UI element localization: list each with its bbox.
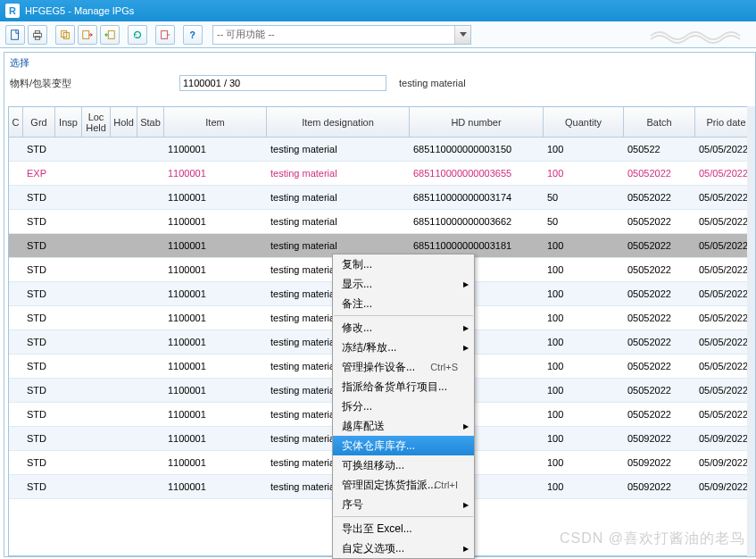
context-menu-item[interactable]: 序号▶ [333,495,474,514]
svg-rect-2 [35,30,39,33]
cell: STD [23,288,55,299]
context-menu-item[interactable]: 冻结/释放...▶ [333,338,474,357]
context-menu-label: 冻结/释放... [342,340,396,355]
context-menu-item[interactable]: 实体仓库库存... [333,436,474,455]
export-button[interactable] [78,25,97,45]
cell: 1100001 [164,288,267,299]
refresh-button[interactable] [128,25,147,45]
col-item[interactable]: Item [164,107,267,137]
context-menu-shortcut: Ctrl+I [434,480,458,490]
cell: STD [23,192,55,203]
table-row[interactable]: STD1100001testing material68511000000000… [9,210,755,234]
context-menu-item[interactable]: 管理操作设备...Ctrl+S [333,357,474,377]
log-button[interactable] [155,25,175,45]
context-menu-label: 拆分... [342,399,372,414]
cell: STD [23,144,55,154]
cell: testing material [267,192,410,203]
col-insp[interactable]: Insp [55,107,82,137]
col-batch[interactable]: Batch [624,107,695,137]
context-menu-item[interactable]: 指派给备货单行项目... [333,377,474,396]
cell: STD [23,433,55,444]
window-title: HFGEG5 - Manage IPGs [25,5,134,16]
cell: 100 [544,457,624,468]
context-menu-item[interactable]: 管理固定拣货指派...Ctrl+I [333,475,474,495]
context-menu-label: 可换组移动... [342,458,404,473]
cell: STD [23,240,55,251]
context-menu-item[interactable]: 可换组移动... [333,455,474,475]
chevron-down-icon [454,26,470,44]
dropdown-selected-label: -- 可用功能 -- [217,28,275,41]
cell: 100 [544,288,624,299]
cell: 1100001 [164,168,267,179]
context-menu-label: 越库配送 [342,419,385,434]
col-quantity[interactable]: Quantity [544,107,624,137]
cell: 100 [544,385,624,396]
print-button[interactable] [28,25,47,45]
context-menu-item[interactable]: 修改...▶ [333,318,474,338]
chevron-right-icon: ▶ [463,344,469,352]
col-hold[interactable]: Hold [111,107,137,137]
toolbar: ? -- 可用功能 -- [0,21,756,48]
cell: 100 [544,313,624,323]
context-menu-label: 复制... [342,257,372,272]
cell: 1100001 [164,216,267,227]
col-grd[interactable]: Grd [23,107,55,137]
context-menu-item[interactable]: 越库配送▶ [333,416,474,436]
cell: 05052022 [624,168,695,179]
vertical-scrollbar[interactable] [747,106,755,556]
cell: STD [23,457,55,468]
context-menu-label: 指派给备货单行项目... [342,380,447,395]
new-doc-button[interactable] [5,25,25,45]
col-hd-number[interactable]: HD number [410,107,544,137]
corner-squiggle-watermark [649,27,747,45]
context-menu-item[interactable]: 显示...▶ [333,274,474,294]
cell: 05052022 [624,409,695,420]
app-logo: R [5,4,20,18]
grid-header: C Grd Insp Loc Held Hold Stab Item Item … [9,107,755,138]
help-button[interactable]: ? [183,25,203,45]
cell: STD [23,409,55,420]
cell: 05052022 [624,192,695,203]
cell: 1100001 [164,337,267,347]
context-menu-item[interactable]: 自定义选项...▶ [333,538,474,558]
context-menu-item[interactable]: 复制... [333,254,474,274]
context-menu-label: 修改... [342,321,372,336]
filter-row: 物料/包装变型 testing material [4,73,755,98]
chevron-right-icon: ▶ [463,545,469,553]
material-input[interactable] [179,75,386,91]
cell: 05052022 [624,240,695,251]
table-row[interactable]: STD1100001testing material68511000000000… [9,186,755,210]
chevron-right-icon: ▶ [463,280,469,288]
cell: 1100001 [164,385,267,396]
col-designation[interactable]: Item designation [267,107,410,137]
chevron-right-icon: ▶ [463,501,469,509]
col-loc-held[interactable]: Loc Held [82,107,111,137]
table-row[interactable]: STD1100001testing material68511000000000… [9,138,755,162]
cell: STD [23,337,55,347]
cell: 685110000000003150 [410,144,544,154]
svg-rect-7 [108,30,114,38]
context-menu-item[interactable]: 备注... [333,294,474,313]
cell: 1100001 [164,264,267,275]
context-menu-item[interactable]: 导出至 Excel... [333,519,474,538]
copy-button[interactable] [55,25,75,45]
cell: STD [23,481,55,492]
context-menu: 复制...显示...▶备注...修改...▶冻结/释放...▶管理操作设备...… [332,254,475,559]
cell: 100 [544,264,624,275]
col-stab[interactable]: Stab [137,107,164,137]
svg-rect-0 [12,29,19,39]
cell: STD [23,264,55,275]
watermark-text: CSDN @喜欢打酱油的老鸟 [560,530,745,548]
cell: 100 [544,144,624,154]
context-menu-label: 序号 [342,497,363,513]
col-c[interactable]: C [9,107,23,137]
svg-rect-8 [162,30,168,38]
table-row[interactable]: EXP1100001testing material68511000000000… [9,162,755,186]
context-menu-item[interactable]: 拆分... [333,396,474,416]
cell: testing material [267,144,410,154]
cell: testing material [267,168,410,179]
cell: 685110000000003662 [410,216,544,227]
import-button[interactable] [100,25,120,45]
cell: 05052022 [624,313,695,323]
available-functions-dropdown[interactable]: -- 可用功能 -- [212,25,471,45]
